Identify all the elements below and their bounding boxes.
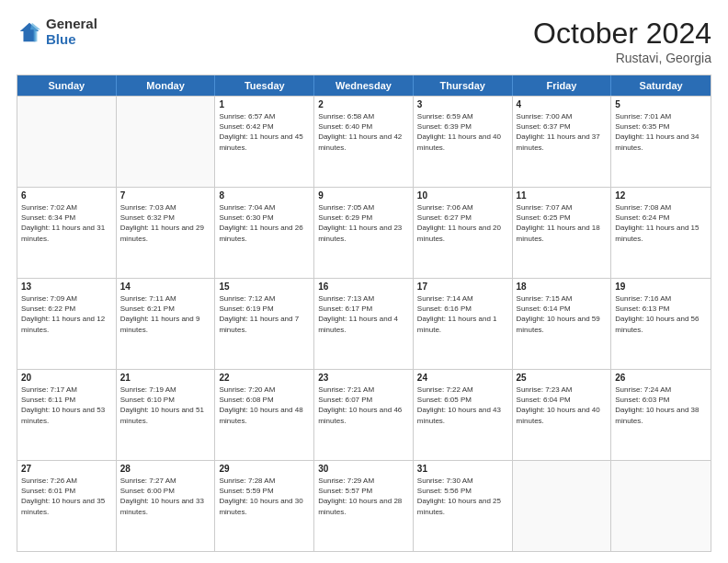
calendar-cell-1-6: 12Sunrise: 7:08 AMSunset: 6:24 PMDayligh… [611,188,711,278]
cell-info: Sunrise: 7:28 AMSunset: 5:59 PMDaylight:… [219,476,310,517]
calendar-cell-0-2: 1Sunrise: 6:57 AMSunset: 6:42 PMDaylight… [215,97,314,187]
calendar-cell-1-0: 6Sunrise: 7:02 AMSunset: 6:34 PMDaylight… [17,188,117,278]
cell-day: 24 [417,373,508,383]
cell-info: Sunrise: 7:22 AMSunset: 6:05 PMDaylight:… [417,385,508,426]
page: General Blue October 2024 Rustavi, Georg… [0,0,728,563]
cell-info: Sunrise: 7:17 AMSunset: 6:11 PMDaylight:… [21,385,112,426]
cell-day: 20 [21,373,112,383]
cell-info: Sunrise: 7:16 AMSunset: 6:13 PMDaylight:… [615,293,707,335]
calendar-cell-3-1: 21Sunrise: 7:19 AMSunset: 6:10 PMDayligh… [117,370,216,460]
cell-info: Sunrise: 7:08 AMSunset: 6:24 PMDaylight:… [615,202,707,244]
cell-info: Sunrise: 7:15 AMSunset: 6:14 PMDaylight:… [517,293,608,335]
cell-day: 23 [318,373,409,383]
calendar-cell-0-4: 3Sunrise: 6:59 AMSunset: 6:39 PMDaylight… [414,97,513,187]
calendar-header: Sunday Monday Tuesday Wednesday Thursday… [17,75,711,96]
cell-info: Sunrise: 7:09 AMSunset: 6:22 PMDaylight:… [21,293,112,335]
calendar-cell-4-5 [513,461,612,551]
cell-day: 16 [318,282,409,292]
cell-day: 17 [417,282,508,292]
cell-day: 15 [219,282,310,292]
cell-day: 14 [120,282,211,292]
cell-info: Sunrise: 6:59 AMSunset: 6:39 PMDaylight:… [417,111,508,153]
header: General Blue October 2024 Rustavi, Georg… [17,17,711,65]
cell-info: Sunrise: 7:11 AMSunset: 6:21 PMDaylight:… [120,293,211,335]
calendar-cell-2-0: 13Sunrise: 7:09 AMSunset: 6:22 PMDayligh… [17,279,117,369]
calendar-cell-1-3: 9Sunrise: 7:05 AMSunset: 6:29 PMDaylight… [314,188,414,278]
weekday-wednesday: Wednesday [314,75,414,96]
calendar-cell-2-3: 16Sunrise: 7:13 AMSunset: 6:17 PMDayligh… [314,279,414,369]
cell-info: Sunrise: 7:29 AMSunset: 5:57 PMDaylight:… [318,476,409,517]
weekday-sunday: Sunday [17,75,117,96]
cell-info: Sunrise: 7:13 AMSunset: 6:17 PMDaylight:… [318,293,409,335]
cell-info: Sunrise: 7:23 AMSunset: 6:04 PMDaylight:… [517,385,608,426]
calendar-cell-3-4: 24Sunrise: 7:22 AMSunset: 6:05 PMDayligh… [414,370,513,460]
calendar-cell-0-1 [117,97,216,187]
calendar-row-1: 6Sunrise: 7:02 AMSunset: 6:34 PMDaylight… [17,187,711,278]
cell-info: Sunrise: 7:06 AMSunset: 6:27 PMDaylight:… [417,202,508,244]
calendar-cell-1-4: 10Sunrise: 7:06 AMSunset: 6:27 PMDayligh… [414,188,513,278]
location: Rustavi, Georgia [533,51,711,65]
calendar-cell-2-2: 15Sunrise: 7:12 AMSunset: 6:19 PMDayligh… [215,279,314,369]
cell-day: 28 [120,464,211,474]
cell-day: 6 [21,190,112,201]
cell-info: Sunrise: 7:05 AMSunset: 6:29 PMDaylight:… [318,202,409,244]
calendar-cell-0-5: 4Sunrise: 7:00 AMSunset: 6:37 PMDaylight… [513,97,612,187]
calendar: Sunday Monday Tuesday Wednesday Thursday… [17,75,711,552]
calendar-cell-4-1: 28Sunrise: 7:27 AMSunset: 6:00 PMDayligh… [117,461,216,551]
cell-day: 22 [219,373,310,383]
cell-day: 1 [219,99,310,109]
cell-day: 8 [219,190,310,201]
cell-info: Sunrise: 7:04 AMSunset: 6:30 PMDaylight:… [219,202,310,244]
calendar-cell-3-0: 20Sunrise: 7:17 AMSunset: 6:11 PMDayligh… [17,370,117,460]
cell-day: 29 [219,464,310,474]
cell-day: 18 [517,282,608,292]
calendar-cell-4-4: 31Sunrise: 7:30 AMSunset: 5:56 PMDayligh… [414,461,513,551]
calendar-row-0: 1Sunrise: 6:57 AMSunset: 6:42 PMDaylight… [17,96,711,187]
cell-info: Sunrise: 7:01 AMSunset: 6:35 PMDaylight:… [615,111,707,153]
logo-general-label: General [46,17,97,32]
calendar-cell-1-2: 8Sunrise: 7:04 AMSunset: 6:30 PMDaylight… [215,188,314,278]
cell-info: Sunrise: 7:20 AMSunset: 6:08 PMDaylight:… [219,385,310,426]
cell-info: Sunrise: 6:57 AMSunset: 6:42 PMDaylight:… [219,111,310,153]
calendar-cell-3-5: 25Sunrise: 7:23 AMSunset: 6:04 PMDayligh… [513,370,612,460]
cell-day: 4 [517,99,608,109]
cell-info: Sunrise: 6:58 AMSunset: 6:40 PMDaylight:… [318,111,409,153]
cell-info: Sunrise: 7:12 AMSunset: 6:19 PMDaylight:… [219,293,310,335]
cell-day: 5 [615,99,707,109]
calendar-cell-4-2: 29Sunrise: 7:28 AMSunset: 5:59 PMDayligh… [215,461,314,551]
cell-info: Sunrise: 7:14 AMSunset: 6:16 PMDaylight:… [417,293,508,335]
weekday-saturday: Saturday [611,75,711,96]
calendar-cell-3-6: 26Sunrise: 7:24 AMSunset: 6:03 PMDayligh… [611,370,711,460]
calendar-row-3: 20Sunrise: 7:17 AMSunset: 6:11 PMDayligh… [17,369,711,460]
calendar-body: 1Sunrise: 6:57 AMSunset: 6:42 PMDaylight… [17,96,711,551]
calendar-row-4: 27Sunrise: 7:26 AMSunset: 6:01 PMDayligh… [17,460,711,551]
calendar-cell-2-4: 17Sunrise: 7:14 AMSunset: 6:16 PMDayligh… [414,279,513,369]
calendar-cell-0-3: 2Sunrise: 6:58 AMSunset: 6:40 PMDaylight… [314,97,414,187]
cell-day: 2 [318,99,409,109]
calendar-cell-4-0: 27Sunrise: 7:26 AMSunset: 6:01 PMDayligh… [17,461,117,551]
cell-info: Sunrise: 7:24 AMSunset: 6:03 PMDaylight:… [615,385,707,426]
logo-icon [17,19,42,45]
cell-info: Sunrise: 7:30 AMSunset: 5:56 PMDaylight:… [417,476,508,517]
cell-info: Sunrise: 7:27 AMSunset: 6:00 PMDaylight:… [120,476,211,517]
calendar-cell-4-3: 30Sunrise: 7:29 AMSunset: 5:57 PMDayligh… [314,461,414,551]
calendar-cell-2-6: 19Sunrise: 7:16 AMSunset: 6:13 PMDayligh… [611,279,711,369]
cell-info: Sunrise: 7:26 AMSunset: 6:01 PMDaylight:… [21,476,112,517]
cell-day: 13 [21,282,112,292]
cell-day: 10 [417,190,508,201]
cell-info: Sunrise: 7:21 AMSunset: 6:07 PMDaylight:… [318,385,409,426]
logo-text: General Blue [46,17,97,47]
cell-info: Sunrise: 7:00 AMSunset: 6:37 PMDaylight:… [517,111,608,153]
cell-info: Sunrise: 7:03 AMSunset: 6:32 PMDaylight:… [120,202,211,244]
weekday-thursday: Thursday [414,75,513,96]
calendar-cell-4-6 [611,461,711,551]
logo-blue-label: Blue [46,32,97,48]
cell-day: 26 [615,373,707,383]
cell-day: 3 [417,99,508,109]
weekday-monday: Monday [117,75,216,96]
cell-day: 21 [120,373,211,383]
cell-day: 30 [318,464,409,474]
weekday-friday: Friday [513,75,612,96]
title-block: October 2024 Rustavi, Georgia [533,17,711,65]
calendar-cell-2-1: 14Sunrise: 7:11 AMSunset: 6:21 PMDayligh… [117,279,216,369]
